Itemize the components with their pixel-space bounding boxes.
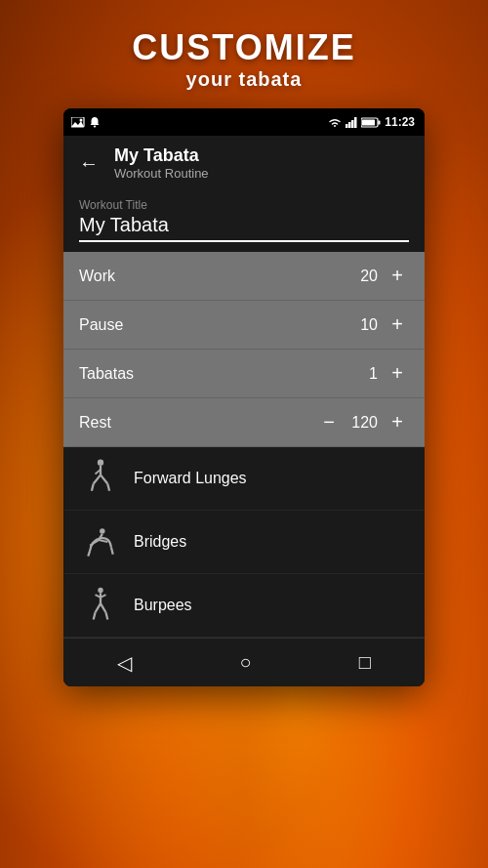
back-button[interactable]: ← (79, 152, 99, 175)
screen-title: My Tabata (114, 145, 209, 166)
rest-plus-button[interactable]: + (386, 411, 409, 434)
settings-section: Work 20 + Pause 10 + Tabatas 1 + Rest − (63, 252, 425, 447)
svg-rect-9 (362, 119, 375, 125)
lunge-icon (79, 457, 122, 500)
pause-label: Pause (79, 316, 123, 334)
image-status-icon (71, 117, 85, 128)
svg-line-30 (94, 612, 96, 619)
work-label: Work (79, 268, 115, 285)
bridge-icon (79, 520, 122, 563)
back-nav-button[interactable]: ◁ (98, 643, 151, 682)
svg-point-11 (98, 459, 103, 465)
svg-point-18 (100, 528, 104, 533)
work-setting-row: Work 20 + (63, 252, 425, 301)
svg-rect-10 (379, 120, 381, 124)
tabatas-setting-row: Tabatas 1 + (63, 350, 425, 398)
svg-line-14 (94, 475, 101, 483)
rest-value: 120 (348, 414, 378, 432)
rest-label: Rest (79, 414, 111, 432)
notification-status-icon (90, 116, 100, 128)
tabatas-plus-button[interactable]: + (386, 362, 409, 385)
top-bar-titles: My Tabata Workout Routine (114, 145, 209, 181)
svg-line-15 (101, 475, 107, 483)
svg-rect-6 (351, 120, 354, 128)
workout-title-input[interactable] (79, 214, 409, 242)
burpee-icon (79, 584, 122, 627)
hero-section: CUSTOMIZE your tabata (0, 0, 488, 91)
svg-point-24 (98, 588, 102, 593)
svg-line-29 (101, 603, 105, 612)
svg-point-3 (94, 126, 96, 128)
list-item[interactable]: Bridges (63, 511, 425, 574)
input-section: Workout Title (63, 190, 425, 252)
rest-minus-button[interactable]: − (317, 411, 341, 434)
exercise-name-lunges: Forward Lunges (134, 470, 247, 487)
exercise-name-burpees: Burpees (134, 597, 192, 614)
top-bar: ← My Tabata Workout Routine (63, 136, 425, 190)
svg-line-17 (107, 483, 109, 490)
wifi-icon (328, 117, 342, 128)
rest-setting-row: Rest − 120 + (63, 398, 425, 447)
time-display: 11:23 (385, 115, 415, 129)
svg-line-28 (96, 603, 101, 612)
hero-title: CUSTOMIZE (0, 27, 488, 68)
screen-subtitle: Workout Routine (114, 166, 209, 181)
bottom-navigation: ◁ ○ □ (63, 638, 425, 686)
tabatas-controls: 1 + (348, 362, 409, 385)
svg-line-20 (111, 547, 113, 554)
svg-rect-4 (346, 124, 348, 128)
svg-marker-1 (71, 121, 84, 127)
svg-point-2 (80, 118, 83, 121)
rest-controls: − 120 + (317, 411, 409, 434)
pause-plus-button[interactable]: + (386, 313, 409, 336)
svg-line-19 (88, 551, 90, 556)
svg-line-31 (105, 612, 107, 619)
svg-rect-5 (348, 122, 351, 128)
svg-line-16 (92, 483, 94, 490)
svg-rect-7 (354, 117, 357, 128)
status-left-icons (71, 116, 100, 128)
tabatas-label: Tabatas (79, 365, 134, 383)
exercises-section: Forward Lunges Bridge (63, 447, 425, 638)
pause-controls: 10 + (348, 313, 409, 336)
pause-setting-row: Pause 10 + (63, 301, 425, 350)
recents-nav-button[interactable]: □ (340, 643, 390, 682)
tabatas-value: 1 (348, 365, 378, 383)
signal-icon (346, 117, 357, 128)
svg-line-23 (99, 540, 107, 542)
workout-title-label: Workout Title (79, 198, 409, 212)
work-value: 20 (348, 268, 378, 285)
home-nav-button[interactable]: ○ (220, 643, 270, 682)
phone-frame: 11:23 ← My Tabata Workout Routine Workou… (63, 108, 425, 686)
pause-value: 10 (348, 316, 378, 334)
exercise-name-bridges: Bridges (134, 533, 186, 551)
status-right-icons: 11:23 (328, 115, 415, 129)
hero-subtitle: your tabata (0, 68, 488, 91)
list-item[interactable]: Forward Lunges (63, 447, 425, 511)
work-plus-button[interactable]: + (386, 265, 409, 287)
status-bar: 11:23 (63, 108, 425, 136)
list-item[interactable]: Burpees (63, 574, 425, 638)
work-controls: 20 + (348, 265, 409, 287)
battery-icon (361, 117, 381, 128)
